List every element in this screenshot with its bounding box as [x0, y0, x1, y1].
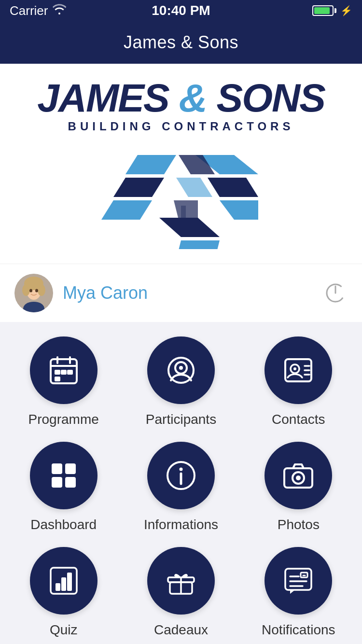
- logo-subtitle: BUILDING CONTRACTORS: [68, 120, 294, 133]
- informations-icon-circle: [147, 442, 215, 509]
- grid-item-notifications[interactable]: Notifications: [245, 547, 352, 638]
- participants-icon-circle: [147, 336, 215, 404]
- carrier-label: Carrier: [10, 3, 48, 18]
- svg-point-16: [22, 284, 30, 296]
- svg-marker-4: [208, 178, 258, 197]
- header-bar: James & Sons: [0, 21, 362, 64]
- camera-icon: [281, 459, 315, 492]
- grid-section: Programme Participants Co: [0, 322, 362, 644]
- calendar-icon: [47, 353, 81, 387]
- quiz-icon-circle: [30, 547, 97, 615]
- chat-list-icon: [281, 564, 315, 598]
- quiz-label: Quiz: [50, 622, 78, 638]
- status-bar-time: 10:40 PM: [152, 3, 210, 18]
- svg-rect-42: [52, 477, 62, 488]
- wifi-icon: [53, 4, 66, 17]
- photos-label: Photos: [278, 517, 320, 532]
- header-title: James & Sons: [124, 32, 238, 53]
- svg-point-33: [179, 366, 183, 370]
- svg-marker-2: [101, 200, 152, 220]
- grid-item-photos[interactable]: Photos: [245, 442, 352, 532]
- battery-icon: [312, 5, 336, 16]
- svg-marker-1: [113, 178, 164, 197]
- svg-marker-9: [174, 200, 198, 220]
- logo-sons: SONS: [207, 76, 325, 120]
- svg-rect-40: [52, 463, 62, 474]
- dashboard-icon-circle: [30, 442, 97, 509]
- svg-marker-58: [290, 590, 295, 594]
- svg-rect-43: [65, 477, 76, 488]
- logo-section: JAMES & SONS BUILDING CONTRACTORS: [0, 64, 362, 264]
- svg-rect-28: [61, 370, 67, 375]
- contact-card-icon: [281, 353, 315, 387]
- grid-item-participants[interactable]: Participants: [127, 336, 235, 427]
- power-button[interactable]: [323, 281, 348, 305]
- svg-marker-5: [220, 200, 258, 220]
- contacts-label: Contacts: [272, 412, 325, 427]
- programme-icon-circle: [30, 336, 97, 404]
- svg-marker-11: [176, 240, 220, 249]
- svg-point-17: [38, 284, 45, 296]
- status-bar-left: Carrier: [10, 3, 66, 18]
- person-face-icon: [164, 353, 198, 387]
- svg-rect-29: [67, 370, 73, 375]
- logo-graphic: [75, 143, 287, 249]
- svg-rect-30: [55, 377, 60, 381]
- notifications-icon-circle: [265, 547, 332, 615]
- grid-item-quiz[interactable]: Quiz: [10, 547, 117, 638]
- grid-item-programme[interactable]: Programme: [10, 336, 117, 427]
- cadeaux-icon-circle: [147, 547, 215, 615]
- svg-point-45: [179, 468, 182, 471]
- svg-point-19: [29, 289, 32, 293]
- svg-rect-51: [56, 583, 60, 591]
- notifications-label: Notifications: [262, 622, 335, 638]
- svg-marker-8: [176, 178, 212, 197]
- user-section: Mya Caron: [0, 264, 362, 322]
- grid-item-informations[interactable]: Informations: [127, 442, 235, 532]
- svg-rect-41: [65, 463, 76, 474]
- bar-chart-icon: [47, 564, 81, 598]
- svg-marker-10: [159, 218, 220, 237]
- svg-point-36: [293, 367, 296, 370]
- status-bar-right: ⚡: [312, 5, 352, 16]
- cadeaux-label: Cadeaux: [154, 622, 208, 638]
- gift-icon: [164, 564, 198, 598]
- avatar: [14, 274, 53, 312]
- programme-label: Programme: [28, 412, 99, 427]
- grid-item-dashboard[interactable]: Dashboard: [10, 442, 117, 532]
- svg-point-20: [35, 289, 38, 293]
- lightning-icon: ⚡: [340, 5, 352, 16]
- user-name: Mya Caron: [63, 283, 148, 303]
- svg-rect-27: [55, 370, 60, 375]
- informations-label: Informations: [144, 517, 218, 532]
- dashboard-label: Dashboard: [30, 517, 97, 532]
- svg-point-49: [296, 476, 301, 480]
- logo-james: JAMES: [37, 76, 179, 120]
- grid-item-cadeaux[interactable]: Cadeaux: [127, 547, 235, 638]
- user-left: Mya Caron: [14, 274, 148, 312]
- status-bar: Carrier 10:40 PM ⚡: [0, 0, 362, 21]
- info-circle-icon: [164, 459, 198, 492]
- svg-marker-0: [125, 155, 176, 174]
- contacts-icon-circle: [265, 336, 332, 404]
- logo-text: JAMES & SONS BUILDING CONTRACTORS: [37, 78, 325, 133]
- logo-ampersand: &: [179, 76, 206, 120]
- participants-label: Participants: [146, 412, 216, 427]
- grid-item-contacts[interactable]: Contacts: [245, 336, 352, 427]
- svg-rect-52: [61, 577, 66, 591]
- grid-4-icon: [47, 459, 81, 492]
- svg-rect-53: [67, 573, 72, 591]
- photos-icon-circle: [265, 442, 332, 509]
